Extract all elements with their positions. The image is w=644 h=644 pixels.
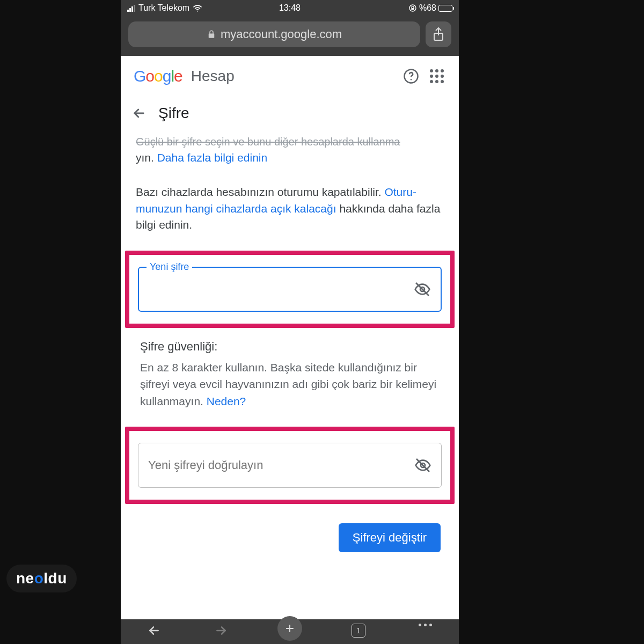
new-tab-button[interactable]: + [277,616,302,641]
new-password-label: Yeni şifre [147,261,192,273]
carrier-label: Turk Telekom [138,3,189,13]
strength-title: Şifre güvenliği: [140,340,440,354]
strength-body-text: En az 8 karakter kullanın. Başka sitede … [140,361,436,407]
svg-point-0 [197,11,198,12]
back-button[interactable] [131,106,147,121]
toggle-visibility-icon[interactable] [414,281,431,298]
svg-point-5 [411,79,412,80]
address-bar[interactable]: myaccount.google.com [128,21,420,47]
confirm-password-field[interactable] [138,443,442,488]
battery-icon [438,5,452,12]
browser-forward-button[interactable] [210,624,232,638]
why-link[interactable]: Neden? [207,395,246,407]
browser-bottom-bar: + 1 [121,619,459,644]
signout-paragraph: Bazı cihazlarda hesabınızın oturumu kapa… [136,184,444,233]
strength-body: En az 8 karakter kullanın. Başka sitede … [140,359,440,410]
watermark-o: o [34,570,44,587]
submit-row: Şifreyi değiştir [121,504,459,552]
change-password-button[interactable]: Şifreyi değiştir [339,523,441,552]
clock: 13:48 [236,3,344,13]
browser-back-button[interactable] [143,624,165,638]
watermark-pre: ne [16,570,34,587]
phone-frame: Turk Telekom 13:48 %68 myaccount.google.… [121,0,459,644]
url-text: myaccount.google.com [221,27,342,41]
orientation-lock-icon [408,4,417,12]
tabs-count: 1 [352,624,365,638]
status-bar: Turk Telekom 13:48 %68 [121,0,459,16]
new-password-input[interactable] [149,282,414,296]
apps-icon[interactable] [428,67,446,85]
lock-icon [207,29,216,40]
password-strength-block: Şifre güvenliği: En az 8 karakter kullan… [121,328,459,410]
intro-paragraph: yın. Daha fazla bilgi edinin [136,150,444,166]
new-password-field[interactable]: Yeni şifre [138,267,442,312]
google-logo: Google [134,67,182,85]
watermark-post: ldu [43,570,67,587]
svg-rect-2 [411,8,414,10]
truncated-intro: Güçlü bir şifre seçin ve bunu diğer hesa… [136,134,444,150]
share-button[interactable] [426,21,451,47]
content-area: Güçlü bir şifre seçin ve bunu diğer hesa… [121,130,459,233]
confirm-password-input[interactable] [148,458,414,472]
cellular-signal-icon [127,5,135,12]
help-icon[interactable] [402,67,420,85]
learn-more-link[interactable]: Daha fazla bilgi edinin [157,151,267,164]
toggle-visibility-icon[interactable] [414,457,431,474]
product-name: Hesap [191,68,235,85]
watermark-badge: neoldu [6,565,77,592]
signout-text-a: Bazı cihazlarda hesabınızın oturumu kapa… [136,186,384,198]
sub-header: Şifre [121,97,459,130]
battery-pct: %68 [419,3,436,13]
highlight-new-password: Yeni şifre [125,251,455,328]
page-title: Şifre [158,105,189,122]
highlight-confirm-password [125,427,455,504]
browser-top-bar: myaccount.google.com [121,16,459,56]
google-header: Google Hesap [121,56,459,97]
browser-menu-button[interactable] [415,624,436,626]
intro-tail: yın. [136,151,157,164]
tabs-button[interactable]: 1 [348,624,369,638]
wifi-icon [193,4,202,12]
